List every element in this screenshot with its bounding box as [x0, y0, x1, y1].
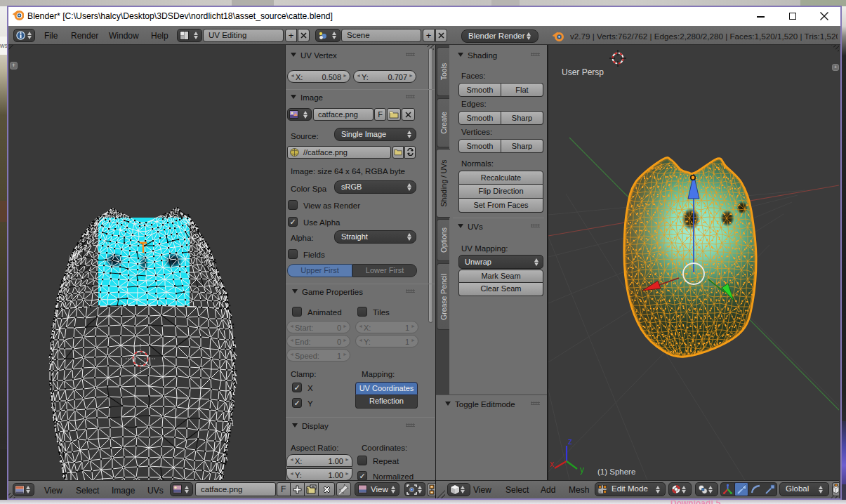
svg-text:User Persp: User Persp — [562, 67, 604, 77]
svg-text:x: x — [550, 459, 554, 469]
svg-text:y: y — [580, 465, 584, 475]
svg-text:z: z — [568, 437, 572, 446]
svg-text:(1) Sphere: (1) Sphere — [597, 467, 635, 476]
